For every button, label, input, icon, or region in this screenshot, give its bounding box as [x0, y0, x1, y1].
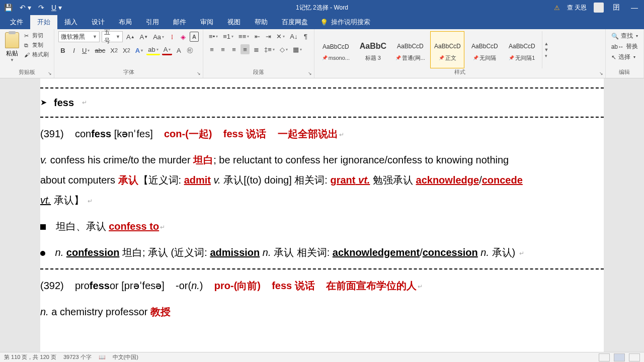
format-painter-button[interactable]: 🖌格式刷	[23, 50, 50, 59]
grow-font-icon[interactable]: A▲	[125, 32, 136, 42]
word-prefix: pro	[75, 280, 90, 291]
align-right-icon[interactable]: ≡	[229, 44, 238, 54]
cut-button[interactable]: ✂剪切	[23, 31, 50, 40]
change-case-icon[interactable]: Aa▾	[151, 32, 166, 42]
tab-design[interactable]: 设计	[85, 15, 112, 29]
spelling-icon[interactable]: 📖	[99, 354, 106, 360]
tab-mailings[interactable]: 邮件	[166, 15, 193, 29]
shading-icon[interactable]: ◇▾	[278, 44, 289, 54]
user-name[interactable]: 查 天恩	[567, 4, 587, 12]
tab-file[interactable]: 文件	[3, 15, 30, 29]
font-color-icon[interactable]: A▾	[162, 45, 173, 55]
style-heading3[interactable]: AaBbC标题 3	[356, 31, 390, 68]
tab-insert[interactable]: 插入	[57, 15, 85, 29]
ribbon-options-icon[interactable]: 囝	[611, 3, 622, 12]
underline-qat-icon[interactable]: U ▾	[51, 4, 62, 12]
styles-gallery-scroll[interactable]: ▲▼▾	[542, 31, 550, 68]
style-nospacing[interactable]: AaBbCcD📌无间隔	[467, 31, 502, 68]
word-prefix: con	[75, 128, 91, 139]
synonym-link: acknowledge	[416, 174, 479, 186]
find-button[interactable]: 🔍查找▾	[610, 31, 639, 41]
distributed-icon[interactable]: ≣	[252, 44, 261, 54]
document-area[interactable]: ➤ fess↵ (391) confess [kənˈfes] con-(一起)…	[0, 78, 644, 352]
group-styles: AaBbCcD📌msono... AaBbC标题 3 AaBbCcD📌普通(网.…	[314, 29, 605, 78]
phonetic-guide-icon[interactable]: ⁞	[168, 32, 177, 42]
char-shading-icon[interactable]: A	[174, 45, 183, 55]
tab-references[interactable]: 引用	[139, 15, 166, 29]
print-layout-icon[interactable]	[614, 353, 625, 361]
pos: n.	[478, 247, 489, 258]
tab-review[interactable]: 审阅	[193, 15, 220, 29]
style-nospacing1[interactable]: AaBbCcD📌无间隔1	[505, 31, 539, 68]
word-count[interactable]: 39723 个字	[63, 353, 92, 361]
warning-icon[interactable]: ⚠	[554, 4, 560, 12]
styles-expand-icon[interactable]: ▾	[542, 53, 550, 58]
clear-formatting-icon[interactable]: ◈	[179, 32, 188, 42]
numbering-icon[interactable]: ≡1▾	[221, 31, 235, 41]
replace-button[interactable]: ab↔替换	[610, 42, 639, 51]
style-normal-web[interactable]: AaBbCcD📌普通(网...	[393, 31, 427, 68]
clipboard-icon	[5, 32, 19, 48]
group-font-label: 字体	[58, 68, 199, 77]
bullets-icon[interactable]: ≡•▾	[207, 31, 219, 41]
tab-home[interactable]: 开始	[30, 15, 57, 29]
tab-baidu[interactable]: 百度网盘	[275, 15, 315, 29]
shrink-font-icon[interactable]: A▼	[138, 32, 150, 42]
superscript-icon[interactable]: X2	[121, 45, 132, 55]
derived-word: confession	[66, 247, 120, 258]
entry-391-body: v. confess his crime/to the murder 坦白; b…	[40, 150, 604, 210]
read-mode-icon[interactable]	[599, 353, 610, 361]
web-layout-icon[interactable]	[629, 353, 640, 361]
font-size-combo[interactable]: 五号▼	[102, 31, 123, 42]
tab-view[interactable]: 视图	[220, 15, 248, 29]
align-center-icon[interactable]: ≡	[218, 44, 227, 54]
copy-button[interactable]: ⧉复制	[23, 41, 50, 49]
line-spacing-icon[interactable]: ‡≡▾	[263, 44, 276, 54]
page-indicator[interactable]: 第 110 页，共 120 页	[4, 353, 56, 361]
chevron-down-icon[interactable]: ▼	[542, 47, 550, 52]
clipboard-dialog-launcher[interactable]: ↘	[48, 71, 52, 76]
avatar[interactable]	[594, 3, 604, 13]
undo-icon[interactable]: ↶ ▾	[20, 4, 31, 12]
square-bullet-icon	[40, 224, 46, 230]
paste-button[interactable]: 粘贴 ▼	[4, 31, 20, 63]
tab-help[interactable]: 帮助	[248, 15, 275, 29]
enclose-char-icon[interactable]: ㊓	[185, 45, 195, 55]
font-name-value: 微软雅黑	[61, 33, 85, 41]
text-effects-icon[interactable]: A▾	[134, 45, 144, 55]
subscript-icon[interactable]: X2	[109, 45, 119, 55]
minimize-icon[interactable]: —	[629, 4, 640, 12]
sort-icon[interactable]: A↓	[288, 31, 299, 41]
tell-me-search[interactable]: 💡 操作说明搜索	[315, 15, 375, 29]
strikethrough-icon[interactable]: abc	[93, 45, 107, 55]
tab-layout[interactable]: 布局	[112, 15, 139, 29]
paragraph-dialog-launcher[interactable]: ↘	[308, 71, 312, 76]
justify-icon[interactable]: ≡	[240, 44, 250, 54]
borders-icon[interactable]: ▦▾	[291, 44, 303, 54]
select-button[interactable]: ↖选择▾	[610, 52, 639, 62]
font-name-combo[interactable]: 微软雅黑▼	[58, 31, 100, 42]
increase-indent-icon[interactable]: ⇥	[264, 31, 273, 41]
char-border-icon[interactable]: A	[190, 32, 199, 42]
chevron-up-icon[interactable]: ▲	[542, 41, 550, 46]
redo-icon[interactable]: ↷	[38, 4, 44, 12]
font-dialog-launcher[interactable]: ↘	[197, 71, 201, 76]
bold-icon[interactable]: B	[58, 45, 67, 55]
language-indicator[interactable]: 中文(中国)	[113, 353, 138, 361]
underline-icon[interactable]: U▾	[80, 45, 91, 55]
styles-dialog-launcher[interactable]: ↘	[599, 71, 603, 76]
style-msono[interactable]: AaBbCcD📌msono...	[318, 31, 353, 68]
phonetic: [kənˈfes]	[111, 128, 152, 139]
multilevel-list-icon[interactable]: ≡≡▾	[237, 31, 251, 41]
asian-layout-icon[interactable]: ✕▾	[275, 31, 286, 41]
show-marks-icon[interactable]: ¶	[301, 31, 310, 41]
italic-icon[interactable]: I	[69, 45, 78, 55]
save-icon[interactable]: 💾	[4, 4, 13, 12]
highlight-icon[interactable]: ab▾	[146, 45, 159, 55]
style-normal[interactable]: AaBbCcD📌正文	[430, 31, 464, 68]
text: 坦白; 承认 (近义词:	[119, 247, 210, 258]
status-bar: 第 110 页，共 120 页 39723 个字 📖 中文(中国)	[0, 352, 644, 362]
align-left-icon[interactable]: ≡	[207, 44, 216, 54]
phrase-link: confess to	[109, 221, 159, 232]
decrease-indent-icon[interactable]: ⇤	[253, 31, 262, 41]
